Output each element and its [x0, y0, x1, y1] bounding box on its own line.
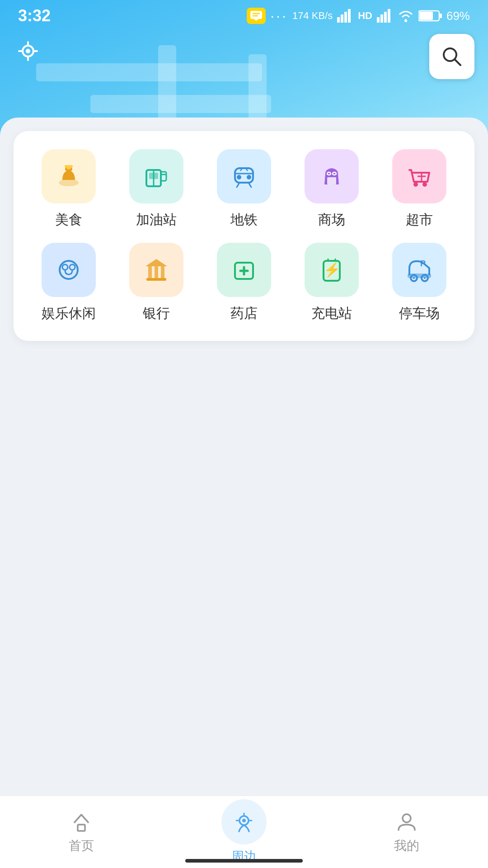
category-label-entertain: 娱乐休闲	[42, 304, 96, 323]
category-item-charge[interactable]: ⚡ 充电站	[290, 243, 373, 323]
category-icon-wrap-parking: P	[392, 243, 446, 297]
svg-point-35	[237, 175, 241, 179]
category-card: 美食 加油站 地铁 商场 超市 娱乐休闲 银行	[14, 131, 474, 341]
svg-point-12	[404, 19, 407, 22]
svg-rect-10	[384, 12, 387, 23]
wifi-icon	[398, 9, 414, 23]
location-button[interactable]	[14, 38, 42, 69]
category-label-metro: 地铁	[230, 211, 258, 229]
svg-rect-6	[344, 12, 347, 23]
category-item-mall[interactable]: 商场	[290, 149, 373, 229]
main-content: 美食 加油站 地铁 商场 超市 娱乐休闲 银行	[0, 118, 488, 868]
svg-rect-53	[161, 266, 164, 278]
svg-point-47	[60, 261, 78, 279]
svg-point-27	[65, 165, 67, 168]
svg-rect-52	[155, 266, 158, 278]
home-nav-icon	[70, 810, 93, 834]
svg-text:P: P	[420, 259, 426, 268]
category-label-mall: 商场	[318, 211, 345, 229]
search-button[interactable]	[429, 34, 474, 79]
category-label-pharma: 药店	[230, 304, 258, 323]
svg-rect-40	[327, 177, 336, 184]
category-item-food[interactable]: 美食	[27, 149, 110, 229]
status-icons: ··· 174 KB/s HD 69%	[247, 8, 470, 24]
svg-rect-9	[380, 14, 383, 23]
svg-rect-51	[148, 266, 152, 278]
nav-center-bg	[221, 799, 267, 844]
svg-point-48	[62, 264, 68, 270]
category-label-food: 美食	[55, 211, 82, 229]
status-bar: 3:32 ··· 174 KB/s HD	[0, 0, 488, 32]
category-label-charge: 充电站	[311, 304, 352, 323]
svg-point-36	[247, 175, 251, 179]
category-label-super: 超市	[406, 211, 433, 229]
nav-label-mine: 我的	[394, 837, 419, 854]
message-icon	[247, 8, 266, 24]
svg-rect-5	[341, 14, 343, 23]
category-label-parking: 停车场	[399, 304, 440, 323]
svg-point-70	[242, 819, 246, 822]
category-icon-wrap-food	[42, 149, 96, 203]
svg-rect-14	[419, 12, 433, 20]
svg-point-17	[26, 49, 30, 53]
mine-nav-icon	[395, 810, 418, 834]
svg-rect-7	[348, 9, 351, 23]
svg-point-28	[70, 165, 73, 168]
category-icon-wrap-charge: ⚡	[305, 243, 359, 297]
svg-rect-4	[337, 17, 340, 23]
category-label-gas: 加油站	[136, 211, 177, 229]
nav-item-nearby[interactable]: 周边	[163, 799, 325, 865]
category-label-bank: 银行	[143, 304, 170, 323]
svg-point-74	[403, 814, 411, 822]
nearby-nav-icon	[231, 809, 257, 835]
category-icon-wrap-mall	[305, 149, 359, 203]
category-item-metro[interactable]: 地铁	[202, 149, 286, 229]
svg-rect-11	[388, 9, 390, 23]
signal-text: 174 KB/s	[292, 10, 333, 22]
svg-point-24	[59, 179, 79, 186]
hd-badge: HD	[358, 10, 372, 22]
category-icon-wrap-pharma	[217, 243, 271, 297]
category-icon-wrap-metro	[217, 149, 271, 203]
nav-item-mine[interactable]: 我的	[325, 810, 488, 854]
category-icon-wrap-super	[392, 149, 446, 203]
category-grid: 美食 加油站 地铁 商场 超市 娱乐休闲 银行	[27, 149, 461, 323]
category-item-gas[interactable]: 加油站	[115, 149, 198, 229]
search-icon	[440, 44, 464, 69]
category-item-parking[interactable]: P 停车场	[378, 243, 461, 323]
category-item-entertain[interactable]: 娱乐休闲	[27, 243, 110, 323]
svg-rect-0	[250, 11, 262, 19]
category-item-super[interactable]: 超市	[378, 149, 461, 229]
category-item-pharma[interactable]: 药店	[202, 243, 286, 323]
status-dots: ···	[270, 8, 288, 24]
category-icon-wrap-gas	[129, 149, 183, 203]
svg-marker-50	[145, 259, 167, 266]
battery-text: 69%	[446, 9, 470, 23]
nav-label-home: 首页	[69, 837, 94, 854]
status-time: 3:32	[18, 6, 51, 25]
svg-point-43	[413, 182, 418, 187]
nav-item-home[interactable]: 首页	[0, 810, 163, 854]
svg-rect-54	[146, 278, 166, 281]
svg-point-44	[422, 182, 427, 187]
svg-line-23	[455, 59, 460, 65]
svg-point-65	[413, 277, 415, 279]
category-icon-wrap-bank	[129, 243, 183, 297]
category-icon-wrap-entertain	[42, 243, 96, 297]
battery-icon	[418, 9, 442, 22]
svg-rect-15	[440, 14, 442, 18]
bottom-nav: 首页 周边 我的	[0, 796, 488, 868]
svg-rect-68	[78, 825, 85, 831]
svg-text:⚡: ⚡	[324, 262, 341, 278]
category-item-bank[interactable]: 银行	[115, 243, 198, 323]
svg-rect-8	[377, 17, 380, 23]
signal-bars2-icon	[377, 9, 393, 23]
signal-bars-icon	[337, 9, 353, 23]
svg-point-49	[70, 264, 75, 270]
home-indicator	[185, 859, 303, 863]
svg-marker-1	[254, 19, 258, 21]
svg-point-66	[424, 277, 426, 279]
